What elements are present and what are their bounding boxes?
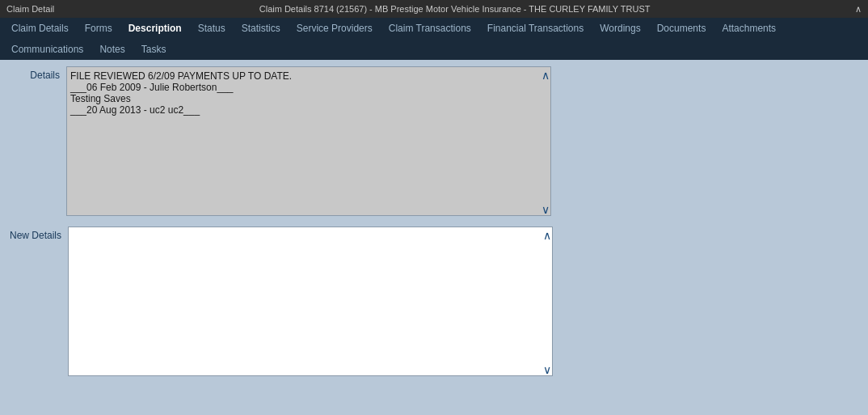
nav1-item-4[interactable]: Statistics [234,19,289,37]
main-content: Details ∧ ∨ New Details ∧ ∨ [0,60,868,415]
nav2-item-2[interactable]: Tasks [133,40,175,58]
details-label: Details [10,66,66,81]
new-details-label: New Details [10,227,68,241]
nav1-item-9[interactable]: Documents [649,19,714,37]
details-textarea[interactable] [66,66,551,216]
nav1-item-5[interactable]: Service Providers [289,19,381,37]
title-right: Claim Details 8714 (21567) - MB Prestige… [259,4,651,14]
nav2-item-1[interactable]: Notes [91,40,133,58]
new-details-scroll-up[interactable]: ∧ [543,230,551,241]
title-left: Claim Detail [6,4,54,14]
new-details-wrapper: ∧ ∨ [68,227,553,379]
title-bar: Claim Detail Claim Details 8714 (21567) … [0,0,868,18]
nav1-item-7[interactable]: Financial Transactions [479,19,592,37]
nav1-item-8[interactable]: Wordings [592,19,648,37]
nav1-item-3[interactable]: Status [190,19,234,37]
new-details-textarea[interactable] [68,227,553,376]
details-scroll-down[interactable]: ∨ [541,204,550,215]
close-icon[interactable]: ∧ [855,4,862,15]
details-scroll-up[interactable]: ∧ [541,70,550,81]
nav-bar-1: Claim DetailsFormsDescriptionStatusStati… [0,18,868,39]
new-details-scroll-down[interactable]: ∨ [543,364,551,375]
nav-bar-2: CommunicationsNotesTasks [0,39,868,60]
nav1-item-0[interactable]: Claim Details [3,19,77,37]
nav1-item-1[interactable]: Forms [77,19,120,37]
nav1-item-2[interactable]: Description [120,19,190,37]
nav2-item-0[interactable]: Communications [3,40,91,58]
new-details-section: New Details ∧ ∨ [10,227,858,379]
nav1-item-6[interactable]: Claim Transactions [381,19,479,37]
details-section: Details ∧ ∨ [10,66,858,218]
nav1-item-10[interactable]: Attachments [714,19,784,37]
details-wrapper: ∧ ∨ [66,66,551,218]
